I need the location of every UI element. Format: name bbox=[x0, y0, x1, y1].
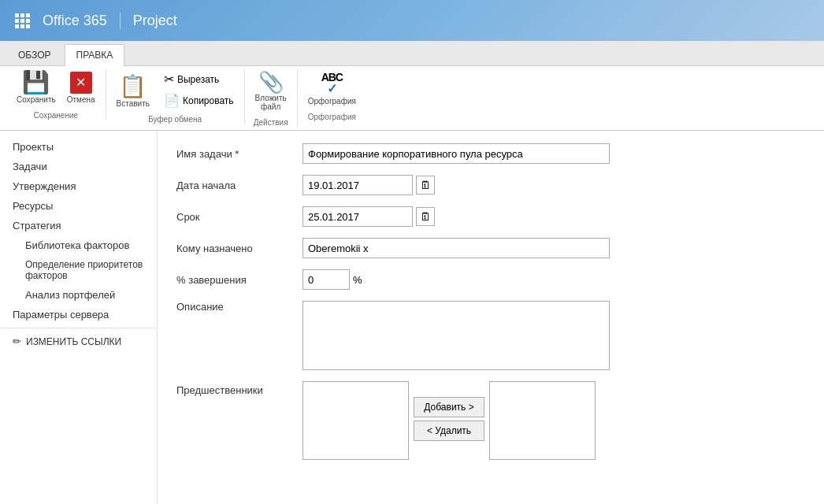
assigned-row: Кому назначено bbox=[176, 238, 805, 258]
completion-label: % завершения bbox=[176, 274, 303, 286]
ribbon-group-clipboard: 📋 Вставить ✂ Вырезать 📄 Копировать Буфер… bbox=[106, 69, 245, 124]
sidebar-item-server-params[interactable]: Параметры сервера bbox=[0, 305, 157, 324]
ribbon-toolbar: 💾 Сохранить ✕ Отмена Сохранение 📋 Встави… bbox=[0, 66, 824, 131]
spelling-group-label: Орфография bbox=[308, 113, 356, 121]
predecessors-buttons: Добавить > < Удалить bbox=[414, 381, 484, 441]
cut-button[interactable]: ✂ Вырезать bbox=[160, 69, 238, 89]
deadline-label: Срок bbox=[176, 211, 303, 223]
sidebar-item-change-links[interactable]: ✏ ИЗМЕНИТЬ ССЫЛКИ bbox=[0, 332, 157, 351]
sidebar-item-resources[interactable]: Ресурсы bbox=[0, 196, 157, 216]
copy-icon: 📄 bbox=[164, 93, 180, 108]
main-container: Проекты Задачи Утверждения Ресурсы Страт… bbox=[0, 131, 824, 504]
deadline-wrapper: 🗓 bbox=[303, 206, 435, 227]
task-name-row: Имя задачи * bbox=[176, 143, 805, 164]
svg-rect-0 bbox=[15, 13, 19, 17]
sidebar-item-projects[interactable]: Проекты bbox=[0, 137, 157, 157]
deadline-row: Срок 🗓 bbox=[176, 206, 805, 227]
tab-obzor[interactable]: ОБЗОР bbox=[6, 44, 63, 65]
completion-wrapper: % bbox=[303, 269, 362, 290]
cut-label: Вырезать bbox=[177, 74, 219, 85]
assigned-input[interactable] bbox=[303, 238, 610, 258]
predecessors-result[interactable] bbox=[489, 381, 596, 460]
spelling-group-buttons: ABC ✓ Орфография bbox=[304, 69, 360, 108]
sidebar-item-factor-library[interactable]: Библиотека факторов bbox=[0, 235, 157, 255]
spelling-label: Орфография bbox=[308, 97, 356, 106]
start-date-wrapper: 🗓 bbox=[303, 175, 435, 195]
predecessors-label: Предшественники bbox=[176, 381, 303, 396]
ribbon-group-actions: 📎 Вложить файл Действия bbox=[245, 69, 298, 127]
task-name-input[interactable] bbox=[303, 143, 610, 164]
sidebar-item-tasks[interactable]: Задачи bbox=[0, 157, 157, 176]
start-date-label: Дата начала bbox=[176, 180, 303, 191]
svg-rect-5 bbox=[26, 19, 30, 23]
completion-row: % завершения % bbox=[176, 269, 805, 290]
sidebar-item-portfolio-analysis[interactable]: Анализ портфелей bbox=[0, 285, 157, 305]
deadline-calendar-icon[interactable]: 🗓 bbox=[416, 207, 435, 226]
start-date-row: Дата начала 🗓 bbox=[176, 175, 805, 195]
cancel-icon: ✕ bbox=[70, 72, 92, 94]
office365-title: Office 365 bbox=[43, 13, 121, 29]
tab-pravka[interactable]: ПРАВКА bbox=[65, 44, 125, 66]
svg-rect-3 bbox=[15, 19, 19, 23]
svg-rect-8 bbox=[26, 24, 30, 28]
app-header: Office 365 Project bbox=[0, 0, 824, 41]
form-area: Имя задачи * Дата начала 🗓 Срок 🗓 Кому н… bbox=[158, 131, 824, 504]
ribbon-group-save: 💾 Сохранить ✕ Отмена Сохранение bbox=[6, 69, 106, 120]
svg-rect-6 bbox=[15, 24, 19, 28]
predecessors-content: Добавить > < Удалить bbox=[303, 381, 596, 460]
deadline-input[interactable] bbox=[303, 206, 413, 227]
spelling-icon: ABC ✓ bbox=[321, 72, 343, 95]
sidebar-item-approvals[interactable]: Утверждения bbox=[0, 176, 157, 196]
attach-label: Вложить файл bbox=[255, 94, 287, 111]
save-label: Сохранить bbox=[17, 95, 56, 104]
sidebar: Проекты Задачи Утверждения Ресурсы Страт… bbox=[0, 131, 158, 504]
svg-rect-1 bbox=[20, 13, 24, 17]
remove-predecessor-button[interactable]: < Удалить bbox=[414, 421, 484, 441]
ribbon-group-spelling: ABC ✓ Орфография Орфография bbox=[298, 69, 366, 121]
change-links-label: ИЗМЕНИТЬ ССЫЛКИ bbox=[26, 336, 121, 347]
paste-button[interactable]: 📋 Вставить bbox=[113, 73, 154, 110]
spelling-button[interactable]: ABC ✓ Орфография bbox=[304, 69, 360, 108]
start-date-calendar-icon[interactable]: 🗓 bbox=[416, 176, 435, 195]
description-row: Описание bbox=[176, 301, 805, 370]
paste-label: Вставить bbox=[117, 99, 150, 108]
save-group-label: Сохранение bbox=[34, 111, 79, 120]
grid-icon[interactable] bbox=[9, 8, 35, 33]
svg-rect-4 bbox=[20, 19, 24, 23]
task-name-label: Имя задачи * bbox=[176, 148, 303, 160]
svg-rect-2 bbox=[26, 13, 30, 17]
percent-symbol: % bbox=[353, 274, 362, 286]
start-date-input[interactable] bbox=[303, 175, 413, 195]
assigned-label: Кому назначено bbox=[176, 243, 303, 254]
sidebar-item-factor-priority[interactable]: Определение приоритетов факторов bbox=[0, 255, 157, 285]
cut-icon: ✂ bbox=[164, 72, 174, 87]
completion-input[interactable] bbox=[303, 269, 350, 290]
description-label: Описание bbox=[176, 301, 303, 313]
save-button[interactable]: 💾 Сохранить bbox=[13, 69, 60, 106]
project-title: Project bbox=[133, 13, 177, 29]
save-icon: 💾 bbox=[22, 72, 50, 94]
attach-icon: 📎 bbox=[258, 72, 284, 92]
sidebar-divider bbox=[0, 328, 157, 328]
predecessors-row: Предшественники Добавить > < Удалить bbox=[176, 381, 805, 460]
clipboard-group-label: Буфер обмена bbox=[148, 115, 202, 124]
actions-group-label: Действия bbox=[254, 118, 288, 127]
paste-icon: 📋 bbox=[119, 76, 147, 98]
small-clipboard-btns: ✂ Вырезать 📄 Копировать bbox=[160, 69, 238, 110]
predecessors-list[interactable] bbox=[303, 381, 409, 460]
sidebar-item-strategy[interactable]: Стратегия bbox=[0, 216, 157, 235]
clipboard-group-buttons: 📋 Вставить ✂ Вырезать 📄 Копировать bbox=[113, 69, 238, 110]
svg-rect-7 bbox=[20, 24, 24, 28]
cancel-button[interactable]: ✕ Отмена bbox=[63, 69, 99, 106]
pencil-icon: ✏ bbox=[13, 335, 21, 347]
actions-group-buttons: 📎 Вложить файл bbox=[251, 69, 291, 113]
cancel-label: Отмена bbox=[67, 95, 95, 104]
add-predecessor-button[interactable]: Добавить > bbox=[414, 397, 484, 417]
copy-button[interactable]: 📄 Копировать bbox=[160, 91, 238, 110]
ribbon-tabs: ОБЗОР ПРАВКА bbox=[0, 41, 824, 66]
copy-label: Копировать bbox=[183, 95, 234, 106]
description-textarea[interactable] bbox=[303, 301, 610, 370]
attach-button[interactable]: 📎 Вложить файл bbox=[251, 69, 291, 113]
save-group-buttons: 💾 Сохранить ✕ Отмена bbox=[13, 69, 99, 106]
